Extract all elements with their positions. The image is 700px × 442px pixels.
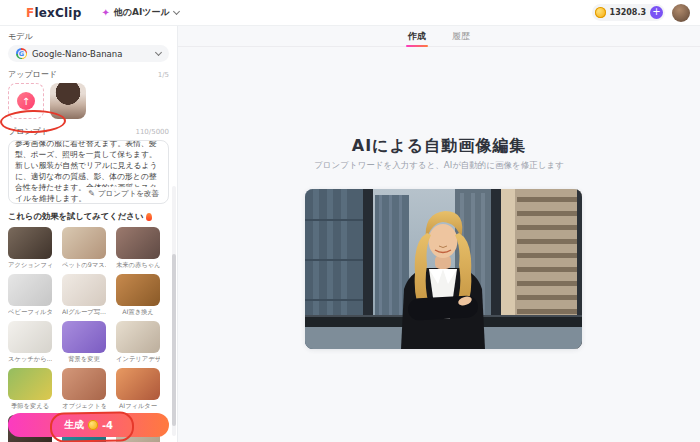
- top-bar: FlexClip ✦ 他のAIツール 13208.3 +: [0, 0, 700, 26]
- prompt-label: プロンプト: [8, 126, 49, 137]
- effect-preset[interactable]: ペットの9マス...: [62, 227, 106, 270]
- effect-thumbnail[interactable]: [62, 274, 106, 306]
- effect-thumbnail[interactable]: [116, 274, 160, 306]
- effect-preset[interactable]: インテリアデザ...: [116, 321, 160, 364]
- ai-tools-label: 他のAIツール: [114, 6, 170, 19]
- effect-thumbnail[interactable]: [116, 321, 160, 353]
- upload-button[interactable]: ↑: [8, 83, 44, 119]
- generate-button[interactable]: 生成 -4: [8, 413, 169, 437]
- model-value: Google-Nano-Banana: [32, 49, 122, 59]
- effect-thumbnail[interactable]: [62, 227, 106, 259]
- topbar-right: 13208.3 +: [592, 4, 690, 22]
- generate-cost: -4: [102, 420, 113, 431]
- sidebar-scrollbar-thumb[interactable]: [172, 254, 176, 426]
- effect-preset[interactable]: AIフィルター: [116, 368, 160, 411]
- effect-thumbnail[interactable]: [116, 368, 160, 400]
- prompt-char-counter: 110/5000: [135, 128, 169, 136]
- app-window: FlexClip ✦ 他のAIツール 13208.3 + モデル G Googl…: [0, 0, 700, 442]
- preview-image: [305, 189, 582, 349]
- model-label: モデル: [8, 31, 169, 42]
- google-icon: G: [16, 48, 27, 59]
- effect-thumbnail[interactable]: [8, 274, 52, 306]
- main-area: 作成 履歴 AIによる自動画像編集 プロンプトワードを入力すると、AIが自動的に…: [178, 26, 700, 442]
- flexclip-logo[interactable]: FlexClip: [26, 6, 81, 20]
- effect-thumbnail[interactable]: [62, 321, 106, 353]
- tab-create[interactable]: 作成: [408, 26, 426, 46]
- sparkle-icon: ✦: [101, 8, 109, 18]
- model-select[interactable]: G Google-Nano-Banana: [8, 45, 169, 62]
- prompt-header: プロンプト 110/5000: [8, 126, 169, 137]
- effect-preset[interactable]: AI置き換え: [116, 274, 160, 317]
- page-subtitle: プロンプトワードを入力すると、AIが自動的に画像を修正します: [178, 160, 700, 172]
- effect-preset[interactable]: アクションフィ...: [8, 227, 52, 270]
- upload-header: アップロード 1/5: [8, 69, 169, 80]
- effect-preset[interactable]: 背景を変更: [62, 321, 106, 364]
- fire-icon: [146, 213, 152, 221]
- coin-icon: [88, 420, 98, 430]
- other-ai-tools-menu[interactable]: ✦ 他のAIツール: [101, 6, 178, 19]
- upload-count: 1/5: [158, 71, 169, 79]
- tab-history[interactable]: 履歴: [452, 26, 470, 46]
- effect-thumbnail[interactable]: [8, 321, 52, 353]
- effect-preset[interactable]: スケッチから...: [8, 321, 52, 364]
- office-woman-illustration: [305, 189, 582, 349]
- credits-pill[interactable]: 13208.3 +: [592, 4, 665, 21]
- pencil-sparkle-icon: ✎: [88, 188, 95, 199]
- effect-thumbnail[interactable]: [8, 227, 52, 259]
- chevron-down-icon: [155, 49, 162, 56]
- upload-label: アップロード: [8, 69, 57, 80]
- coin-icon: [595, 7, 606, 18]
- effect-thumbnail[interactable]: [8, 368, 52, 400]
- improve-prompt-label: プロンプトを改善: [98, 188, 159, 199]
- uploaded-image-thumbnail[interactable]: [50, 83, 86, 119]
- effect-preset[interactable]: 季節を変える: [8, 368, 52, 411]
- credits-amount: 13208.3: [610, 8, 646, 17]
- effect-preset[interactable]: オブジェクトを...: [62, 368, 106, 411]
- effect-preset[interactable]: 未来の赤ちゃん: [116, 227, 160, 270]
- tab-bar: 作成 履歴: [178, 26, 700, 47]
- effect-thumbnail[interactable]: [62, 368, 106, 400]
- prompt-textarea[interactable]: 参考画像の服に着せ替えます。表情、髪型、ポーズ、照明を一貫して保ちます。新しい服…: [8, 140, 169, 204]
- effect-preset[interactable]: AIグループ写...: [62, 274, 106, 317]
- effect-thumbnail[interactable]: [116, 227, 160, 259]
- add-credits-button[interactable]: +: [650, 6, 663, 19]
- chevron-down-icon: [173, 8, 180, 15]
- improve-prompt-button[interactable]: ✎ プロンプトを改善: [84, 187, 163, 200]
- effects-section-title: これらの効果を試してみてください: [8, 211, 169, 222]
- effects-grid: アクションフィ... ペットの9マス... 未来の赤ちゃん ベビーフィルタ...…: [8, 227, 169, 442]
- upload-row: ↑: [8, 83, 169, 119]
- page-title: AIによる自動画像編集: [178, 136, 700, 157]
- effect-preset[interactable]: ベビーフィルタ...: [8, 274, 52, 317]
- user-avatar[interactable]: [672, 4, 690, 22]
- generate-label: 生成: [64, 418, 84, 432]
- upload-icon: ↑: [17, 92, 35, 110]
- sidebar: モデル G Google-Nano-Banana アップロード 1/5 ↑ プロ…: [0, 26, 178, 442]
